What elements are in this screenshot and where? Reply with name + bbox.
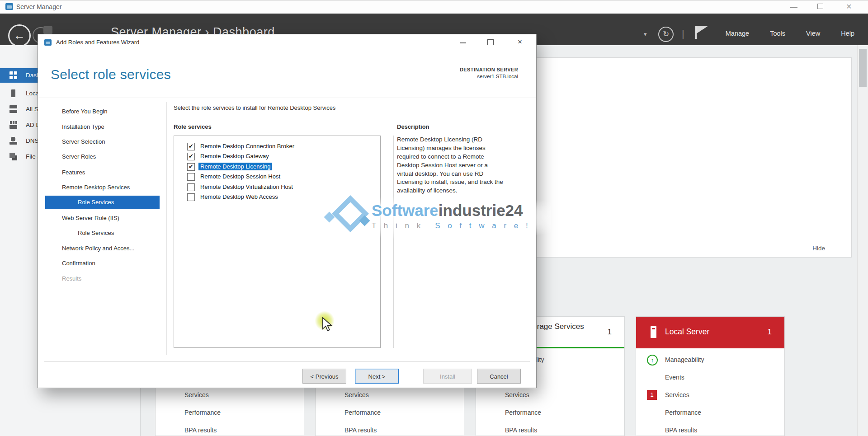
wizard-step-confirmation[interactable]: Confirmation [45, 257, 160, 270]
role-services-listbox[interactable]: Remote Desktop Connection Broker Remote … [174, 136, 381, 348]
server-manager-app-icon [5, 3, 13, 10]
description-divider [393, 136, 394, 348]
close-icon[interactable]: × [846, 1, 852, 12]
service-row: Remote Desktop Licensing [174, 162, 380, 172]
list-item: BPA results [316, 422, 464, 436]
list-item: Services [156, 386, 304, 404]
wizard-step-server-roles[interactable]: Server Roles [45, 150, 160, 164]
service-label[interactable]: Remote Desktop Session Host [198, 173, 282, 180]
service-row: Remote Desktop Web Access [174, 192, 380, 202]
dns-icon [9, 137, 17, 145]
nav-content-divider [166, 102, 167, 355]
list-item: Performance [636, 404, 784, 422]
wizard-step-role-services-iis[interactable]: Role Services [45, 226, 160, 240]
hide-button[interactable]: Hide [812, 245, 825, 252]
list-item: Performance [156, 404, 304, 422]
destination-server-block: DESTINATION SERVER server1.STB.local [460, 67, 518, 79]
local-server-icon [11, 89, 15, 97]
restore-icon[interactable] [817, 4, 823, 9]
service-row: Remote Desktop Connection Broker [174, 141, 380, 151]
wizard-app-icon [44, 39, 52, 46]
maximize-icon [487, 39, 494, 45]
wizard-header: Select role services DESTINATION SERVER … [38, 51, 536, 98]
local-server-tile[interactable]: Local Server 1 ↑ Manageability Events 1 … [636, 316, 785, 436]
menu-tools[interactable]: Tools [770, 30, 785, 37]
wizard-step-role-services-rds[interactable]: Role Services [45, 196, 160, 209]
install-button[interactable]: Install [423, 369, 472, 384]
menu-manage[interactable]: Manage [726, 30, 749, 37]
refresh-icon[interactable]: ↻ [658, 27, 674, 42]
service-label[interactable]: Remote Desktop Web Access [198, 193, 280, 201]
all-servers-icon [9, 105, 17, 113]
server-manager-titlebar: Server Manager × [0, 0, 868, 14]
list-item: BPA results [156, 422, 304, 436]
wizard-step-installation-type[interactable]: Installation Type [45, 120, 160, 134]
list-item: 1 Services [636, 386, 784, 404]
wizard-step-remote-desktop-services[interactable]: Remote Desktop Services [45, 181, 160, 194]
wizard-step-results[interactable]: Results [45, 272, 160, 286]
vertical-scrollbar[interactable] [857, 45, 868, 436]
checkbox-licensing[interactable] [187, 163, 195, 171]
minimize-icon[interactable] [790, 7, 797, 8]
server-icon [651, 326, 656, 338]
dashboard-grid-icon [9, 71, 17, 79]
checkbox-connection-broker[interactable] [187, 143, 195, 150]
wizard-step-before-you-begin[interactable]: Before You Begin [45, 105, 160, 118]
wizard-maximize-button[interactable] [476, 34, 504, 51]
previous-button[interactable]: < Previous [302, 369, 346, 384]
wizard-step-server-selection[interactable]: Server Selection [45, 135, 160, 149]
page-title: Select role services [51, 67, 171, 82]
menu-bar: Manage Tools View Help [726, 30, 854, 37]
wizard-minimize-button[interactable] [449, 34, 476, 51]
destination-server-value: server1.STB.local [460, 74, 518, 79]
service-label[interactable]: Remote Desktop Virtualization Host [198, 183, 295, 191]
menu-view[interactable]: View [806, 30, 820, 37]
footer-divider [44, 361, 530, 362]
list-item: BPA results [476, 422, 624, 436]
file-storage-icon [9, 153, 17, 160]
checkbox-web-access[interactable] [187, 193, 195, 201]
tile-title: Local Server [665, 317, 709, 347]
cancel-button[interactable]: Cancel [477, 369, 521, 384]
wizard-step-web-server-role[interactable]: Web Server Role (IIS) [45, 211, 160, 225]
description-label: Description [397, 123, 429, 130]
local-server-tile-header[interactable]: Local Server 1 [636, 317, 784, 348]
separator: | [682, 28, 684, 40]
ad-ds-icon [9, 121, 17, 129]
chevron-down-icon[interactable]: ▾ [644, 31, 647, 38]
service-label[interactable]: Remote Desktop Connection Broker [198, 142, 296, 150]
wizard-title: Add Roles and Features Wizard [56, 34, 139, 51]
checkbox-virtualization-host[interactable] [187, 183, 195, 191]
list-item: BPA results [636, 422, 784, 436]
wizard-step-features[interactable]: Features [45, 166, 160, 179]
checkbox-session-host[interactable] [187, 173, 195, 181]
list-item: Performance [316, 404, 464, 422]
wizard-step-network-policy[interactable]: Network Policy and Acces... [45, 242, 160, 255]
window-title: Server Manager [16, 3, 61, 10]
add-roles-wizard-dialog: Add Roles and Features Wizard × Select r… [38, 34, 536, 388]
services-alert-badge: 1 [647, 390, 657, 400]
wizard-titlebar[interactable]: Add Roles and Features Wizard × [38, 34, 536, 51]
server-manager-tray-icon[interactable] [43, 26, 52, 34]
service-label[interactable]: Remote Desktop Gateway [198, 152, 271, 160]
service-row: Remote Desktop Session Host [174, 172, 380, 182]
list-item: ↑ Manageability [636, 351, 784, 369]
service-label[interactable]: Remote Desktop Licensing [198, 163, 272, 170]
service-row: Remote Desktop Gateway [174, 151, 380, 161]
tile-count: 1 [608, 328, 612, 337]
next-button[interactable]: Next > [355, 369, 399, 384]
destination-server-label: DESTINATION SERVER [460, 67, 518, 72]
list-item: Services [316, 386, 464, 404]
wizard-close-button[interactable]: × [504, 34, 536, 51]
page-instruction: Select the role services to install for … [174, 104, 335, 111]
back-button[interactable]: ← [8, 24, 31, 47]
scrollbar-thumb[interactable] [859, 49, 867, 87]
checkbox-gateway[interactable] [187, 153, 195, 160]
role-services-label: Role services [174, 123, 212, 130]
list-item: Events [636, 369, 784, 386]
list-item: Performance [476, 404, 624, 422]
minimize-icon [460, 42, 466, 43]
service-row: Remote Desktop Virtualization Host [174, 182, 380, 192]
tile-count: 1 [768, 317, 772, 347]
menu-help[interactable]: Help [841, 30, 854, 37]
